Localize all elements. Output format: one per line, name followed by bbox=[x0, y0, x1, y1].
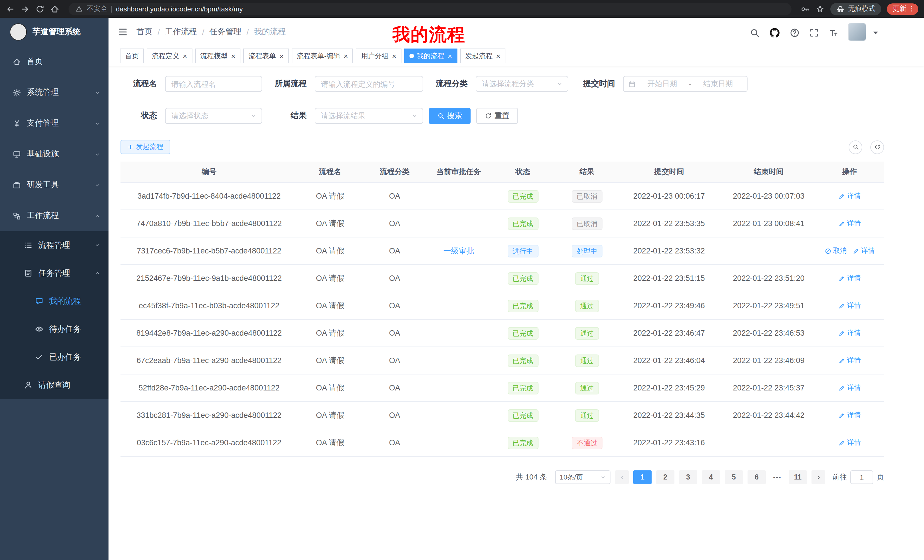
detail-link[interactable]: 详情 bbox=[838, 273, 861, 283]
page-button-2[interactable]: 2 bbox=[656, 470, 675, 484]
action-label: 详情 bbox=[847, 410, 861, 420]
page-content: 流程名 所属流程 流程分类 请选择流程分类 提交时间 开始日期 - 结束日期 bbox=[108, 66, 924, 560]
sidebar-item-leave-query[interactable]: 请假查询 bbox=[0, 371, 108, 399]
detail-link[interactable]: 详情 bbox=[853, 246, 875, 256]
tab-process-form-edit[interactable]: 流程表单-编辑× bbox=[292, 48, 353, 63]
column-header: 当前审批任务 bbox=[427, 167, 491, 177]
user-avatar[interactable] bbox=[848, 23, 866, 41]
page-button-1[interactable]: 1 bbox=[633, 470, 652, 484]
show-search-button[interactable] bbox=[849, 140, 862, 154]
refresh-table-button[interactable] bbox=[870, 140, 884, 154]
update-button[interactable]: 更新 bbox=[887, 3, 918, 15]
browser-back-icon[interactable] bbox=[6, 4, 15, 13]
cell-end-time: 2022-01-22 23:49:51 bbox=[719, 301, 818, 310]
page-next-button[interactable] bbox=[812, 470, 825, 484]
tab-close-icon[interactable]: × bbox=[392, 52, 396, 60]
page-button-11[interactable]: 11 bbox=[789, 470, 807, 484]
tab-process-form[interactable]: 流程表单× bbox=[243, 48, 289, 63]
address-separator bbox=[111, 5, 112, 12]
action-label: 详情 bbox=[847, 301, 861, 310]
font-size-icon[interactable] bbox=[829, 28, 838, 38]
result-select[interactable]: 请选择流结果 bbox=[315, 108, 423, 124]
reset-button[interactable]: 重置 bbox=[476, 108, 518, 124]
breadcrumb-item[interactable]: 任务管理 bbox=[210, 27, 242, 37]
page-prev-button[interactable] bbox=[615, 470, 629, 484]
sidebar-item-label: 支付管理 bbox=[27, 118, 59, 129]
sidebar-item-label: 任务管理 bbox=[38, 268, 70, 278]
detail-link[interactable]: 详情 bbox=[838, 383, 861, 393]
browser-home-icon[interactable] bbox=[50, 4, 59, 13]
fullscreen-icon[interactable] bbox=[809, 28, 819, 38]
sidebar-toggle-icon[interactable] bbox=[118, 27, 128, 37]
detail-link[interactable]: 详情 bbox=[838, 301, 861, 310]
page-button-3[interactable]: 3 bbox=[679, 470, 697, 484]
page-button-5[interactable]: 5 bbox=[725, 470, 743, 484]
avatar-caret-icon[interactable] bbox=[871, 28, 880, 38]
tab-close-icon[interactable]: × bbox=[183, 52, 187, 60]
tab-my-process[interactable]: 我的流程× bbox=[404, 48, 457, 63]
category-select[interactable]: 请选择流程分类 bbox=[476, 76, 568, 92]
help-icon[interactable] bbox=[790, 28, 800, 38]
sidebar-item-my-process[interactable]: 我的流程 bbox=[0, 287, 108, 315]
tab-home[interactable]: 首页 bbox=[120, 48, 144, 63]
browser-reload-icon[interactable] bbox=[35, 4, 45, 13]
sidebar-item-infrastructure[interactable]: 基础设施 bbox=[0, 139, 108, 169]
tab-close-icon[interactable]: × bbox=[231, 52, 235, 60]
current-task-link[interactable]: 一级审批 bbox=[444, 246, 474, 256]
sidebar: 芋道管理系统 首页系统管理支付管理基础设施研发工具工作流程流程管理任务管理我的流… bbox=[0, 18, 108, 560]
menu-dots-icon[interactable] bbox=[908, 5, 915, 13]
sidebar-item-system[interactable]: 系统管理 bbox=[0, 77, 108, 108]
detail-link[interactable]: 详情 bbox=[838, 328, 861, 338]
sidebar-item-devtools[interactable]: 研发工具 bbox=[0, 169, 108, 201]
process-name-input[interactable] bbox=[165, 76, 262, 92]
github-icon[interactable] bbox=[769, 27, 780, 38]
page-button-6[interactable]: 6 bbox=[747, 470, 766, 484]
tab-close-icon[interactable]: × bbox=[279, 52, 284, 60]
tab-start-process[interactable]: 发起流程× bbox=[460, 48, 506, 63]
status-select[interactable]: 请选择状态 bbox=[165, 108, 262, 124]
owner-process-input[interactable] bbox=[315, 76, 423, 92]
page-size-select[interactable]: 10条/页 bbox=[555, 470, 610, 484]
cell-process-name: OA 请假 bbox=[297, 246, 362, 256]
sidebar-item-payment[interactable]: 支付管理 bbox=[0, 108, 108, 139]
detail-link[interactable]: 详情 bbox=[838, 219, 861, 228]
tab-close-icon[interactable]: × bbox=[344, 52, 348, 60]
edit-icon bbox=[838, 220, 846, 227]
start-process-button[interactable]: 发起流程 bbox=[120, 140, 170, 154]
not-secure-warning-icon[interactable] bbox=[75, 5, 83, 13]
page-ellipsis[interactable]: ••• bbox=[770, 470, 784, 484]
password-key-icon[interactable] bbox=[801, 4, 810, 13]
browser-forward-icon[interactable] bbox=[21, 4, 30, 13]
sidebar-item-workflow[interactable]: 工作流程 bbox=[0, 201, 108, 231]
cancel-link[interactable]: 取消 bbox=[825, 246, 847, 256]
sidebar-item-task-manage[interactable]: 任务管理 bbox=[0, 259, 108, 287]
tab-user-group[interactable]: 用户分组× bbox=[356, 48, 402, 63]
sidebar-item-process-manage[interactable]: 流程管理 bbox=[0, 231, 108, 259]
tab-process-model[interactable]: 流程模型× bbox=[195, 48, 240, 63]
detail-link[interactable]: 详情 bbox=[838, 356, 861, 365]
breadcrumb-item[interactable]: 工作流程 bbox=[165, 27, 197, 37]
detail-link[interactable]: 详情 bbox=[838, 410, 861, 420]
sidebar-item-todo-task[interactable]: 待办任务 bbox=[0, 315, 108, 343]
goto-page-input[interactable] bbox=[850, 470, 873, 484]
page-button-4[interactable]: 4 bbox=[702, 470, 720, 484]
tab-close-icon[interactable]: × bbox=[448, 52, 452, 60]
submit-time-range-picker[interactable]: 开始日期 - 结束日期 bbox=[623, 76, 747, 92]
tab-close-icon[interactable]: × bbox=[496, 52, 500, 60]
address-bar[interactable]: 不安全 dashboard.yudao.iocoder.cn/bpm/task/… bbox=[69, 3, 792, 15]
header-search-icon[interactable] bbox=[750, 28, 759, 38]
search-button[interactable]: 搜索 bbox=[429, 108, 471, 124]
calendar-icon bbox=[628, 80, 636, 88]
breadcrumb-item: 我的流程 bbox=[254, 27, 286, 37]
bookmark-star-icon[interactable] bbox=[816, 4, 825, 13]
sidebar-item-done-task[interactable]: 已办任务 bbox=[0, 343, 108, 371]
tab-process-definition[interactable]: 流程定义× bbox=[147, 48, 192, 63]
app-logo[interactable]: 芋道管理系统 bbox=[0, 18, 108, 46]
detail-link[interactable]: 详情 bbox=[838, 438, 861, 448]
detail-link[interactable]: 详情 bbox=[838, 191, 861, 201]
breadcrumb-item[interactable]: 首页 bbox=[136, 27, 153, 37]
cell-result: 通过 bbox=[555, 299, 619, 312]
cell-category: OA bbox=[363, 301, 427, 310]
sidebar-item-home[interactable]: 首页 bbox=[0, 46, 108, 77]
cell-end-time: 2022-01-22 23:46:53 bbox=[719, 329, 818, 337]
